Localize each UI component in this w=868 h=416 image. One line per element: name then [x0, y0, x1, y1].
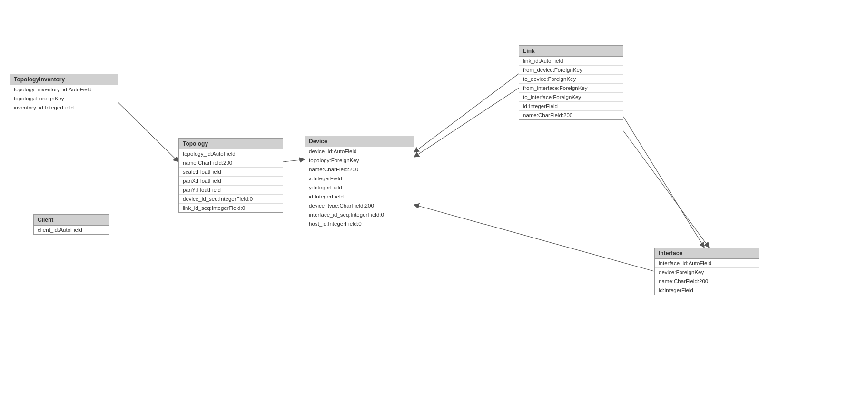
entity-topology-field-2: scale:FloatField: [179, 168, 283, 177]
entity-device-field-5: id:IntegerField: [305, 192, 414, 201]
svg-line-3: [414, 88, 519, 157]
entity-interface-field-1: device:ForeignKey: [655, 268, 759, 277]
entity-topology-header: Topology: [179, 139, 283, 149]
entity-device-field-7: interface_id_seq:IntegerField:0: [305, 210, 414, 219]
svg-line-5: [623, 131, 709, 248]
entity-topology-field-0: topology_id:AutoField: [179, 149, 283, 158]
entity-device-field-8: host_id:IntegerField:0: [305, 219, 414, 228]
entity-device-field-4: y:IntegerField: [305, 183, 414, 192]
entity-interface-field-2: name:CharField:200: [655, 277, 759, 286]
entity-topologyinventory: TopologyInventory topology_inventory_id:…: [10, 74, 118, 112]
svg-line-0: [118, 102, 178, 162]
svg-line-4: [623, 117, 704, 248]
svg-line-6: [414, 205, 654, 271]
entity-link-header: Link: [519, 46, 623, 57]
entity-interface-field-0: interface_id:AutoField: [655, 259, 759, 268]
entity-interface: Interface interface_id:AutoField device:…: [654, 248, 759, 295]
entity-device: Device device_id:AutoField topology:Fore…: [305, 136, 414, 228]
entity-link-field-5: id:IntegerField: [519, 102, 623, 111]
entity-interface-field-3: id:IntegerField: [655, 286, 759, 295]
entity-topology-field-5: device_id_seq:IntegerField:0: [179, 195, 283, 204]
svg-line-1: [283, 159, 305, 162]
relationship-lines: [0, 0, 868, 416]
entity-client-header: Client: [34, 215, 109, 226]
entity-topology: Topology topology_id:AutoField name:Char…: [178, 138, 283, 213]
entity-device-field-2: name:CharField:200: [305, 165, 414, 174]
entity-client: Client client_id:AutoField: [33, 214, 109, 235]
entity-device-field-0: device_id:AutoField: [305, 147, 414, 156]
svg-line-2: [414, 74, 519, 152]
entity-link-field-3: from_interface:ForeignKey: [519, 84, 623, 93]
entity-topology-field-6: link_id_seq:IntegerField:0: [179, 204, 283, 212]
entity-link-field-1: from_device:ForeignKey: [519, 66, 623, 75]
entity-topology-field-1: name:CharField:200: [179, 158, 283, 168]
entity-device-header: Device: [305, 136, 414, 147]
entity-link-field-6: name:CharField:200: [519, 111, 623, 119]
entity-device-field-1: topology:ForeignKey: [305, 156, 414, 165]
entity-link-field-0: link_id:AutoField: [519, 57, 623, 66]
entity-topologyinventory-field-2: inventory_id:IntegerField: [10, 103, 118, 112]
entity-interface-header: Interface: [655, 248, 759, 259]
entity-topologyinventory-field-0: topology_inventory_id:AutoField: [10, 85, 118, 94]
diagram-container: TopologyInventory topology_inventory_id:…: [0, 0, 868, 416]
entity-link-field-2: to_device:ForeignKey: [519, 75, 623, 84]
entity-link: Link link_id:AutoField from_device:Forei…: [519, 45, 623, 120]
entity-topologyinventory-header: TopologyInventory: [10, 74, 118, 85]
entity-client-field-0: client_id:AutoField: [34, 226, 109, 234]
entity-topology-field-3: panX:FloatField: [179, 177, 283, 186]
entity-topologyinventory-field-1: topology:ForeignKey: [10, 94, 118, 103]
entity-device-field-6: device_type:CharField:200: [305, 201, 414, 210]
entity-device-field-3: x:IntegerField: [305, 174, 414, 183]
entity-link-field-4: to_interface:ForeignKey: [519, 93, 623, 102]
entity-topology-field-4: panY:FloatField: [179, 186, 283, 195]
